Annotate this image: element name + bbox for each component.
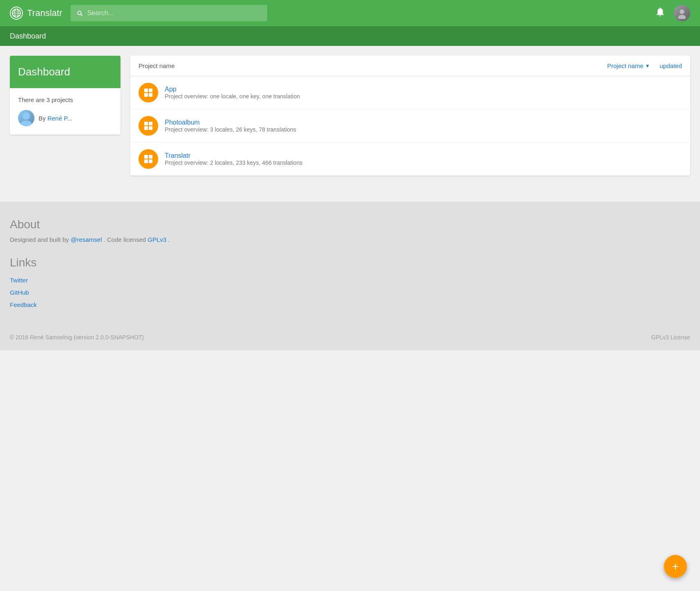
footer: About Designed and built by @resamsel . … [0, 202, 700, 350]
dashboard-card: Dashboard There are 3 projects By René P… [10, 56, 120, 134]
dashboard-card-body: There are 3 projects By René P... [10, 88, 120, 134]
main-content: Dashboard There are 3 projects By René P… [0, 46, 700, 185]
project-icon-grid [144, 89, 152, 97]
project-icon-grid [144, 122, 152, 130]
table-row[interactable]: Photoalbum Project overview: 3 locales, … [130, 109, 690, 143]
updated-sort-button[interactable]: updated [660, 62, 682, 69]
sort-label: Project name [607, 62, 643, 69]
search-icon [76, 9, 83, 17]
project-name[interactable]: Translatr [165, 152, 191, 159]
page-title: Dashboard [10, 32, 46, 41]
projects-count: There are 3 projects [18, 96, 112, 103]
owner-link[interactable]: René P... [48, 115, 73, 122]
subheader: Dashboard [0, 26, 700, 46]
license: GPLv3 License [651, 334, 690, 341]
search-input[interactable] [87, 9, 261, 17]
links-title: Links [10, 256, 690, 269]
table-row[interactable]: App Project overview: one locale, one ke… [130, 76, 690, 109]
svg-point-7 [23, 112, 30, 120]
project-description: Project overview: one locale, one key, o… [165, 93, 682, 100]
fab-button[interactable]: + [664, 555, 687, 578]
feedback-link[interactable]: Feedback [10, 299, 690, 311]
table-column-name: Project name [139, 62, 607, 69]
copyright: © 2016 René Samselnig (version 2.0.0-SNA… [10, 334, 144, 341]
sort-arrow-icon: ▼ [645, 63, 650, 69]
owner-row: By René P... [18, 110, 112, 126]
project-icon-grid [144, 155, 152, 163]
twitter-link[interactable]: Twitter [10, 274, 690, 286]
project-name[interactable]: Photoalbum [165, 119, 200, 126]
table-row[interactable]: Translatr Project overview: 2 locales, 2… [130, 143, 690, 175]
project-name[interactable]: App [165, 86, 176, 93]
svg-point-5 [680, 9, 684, 14]
about-title: About [10, 218, 690, 231]
project-icon [139, 83, 158, 102]
footer-links: Twitter GitHub Feedback [10, 274, 690, 311]
svg-point-8 [20, 120, 32, 126]
header-icons [655, 5, 690, 21]
resamsel-link[interactable]: @resamsel [70, 236, 102, 243]
project-info: Translatr Project overview: 2 locales, 2… [165, 152, 682, 166]
project-description: Project overview: 2 locales, 233 keys, 4… [165, 159, 682, 166]
project-description: Project overview: 3 locales, 26 keys, 78… [165, 126, 682, 133]
project-icon [139, 149, 158, 169]
svg-point-6 [678, 15, 686, 19]
projects-table: Project name Project name ▼ updated App … [130, 56, 690, 175]
app-header: Translatr [0, 0, 700, 26]
github-link[interactable]: GitHub [10, 286, 690, 299]
project-info: Photoalbum Project overview: 3 locales, … [165, 119, 682, 133]
footer-bottom: © 2016 René Samselnig (version 2.0.0-SNA… [10, 327, 690, 341]
notifications-icon[interactable] [655, 7, 666, 20]
about-text: Designed and built by @resamsel . Code l… [10, 236, 690, 243]
search-bar[interactable] [70, 5, 267, 21]
sort-button[interactable]: Project name ▼ [607, 62, 650, 69]
project-info: App Project overview: one locale, one ke… [165, 86, 682, 100]
owner-avatar [18, 110, 34, 126]
table-header: Project name Project name ▼ updated [130, 56, 690, 76]
project-icon [139, 116, 158, 136]
globe-icon [10, 7, 23, 20]
gplv3-link[interactable]: GPLv3 [148, 236, 166, 243]
brand-name: Translatr [27, 8, 62, 18]
brand: Translatr [10, 7, 62, 20]
owner-name: By René P... [39, 115, 72, 122]
dashboard-card-header: Dashboard [10, 56, 120, 88]
user-avatar[interactable] [674, 5, 690, 21]
